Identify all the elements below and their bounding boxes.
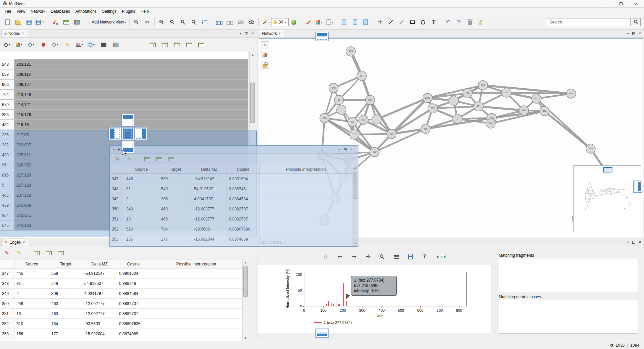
graph-node[interactable]: 333: [428, 104, 437, 113]
mz-cell[interactable]: 214,121: [14, 100, 248, 109]
highlight-yellow-button[interactable]: ✎: [14, 248, 24, 258]
edges-table-row[interactable]: 350249460-12.0027770.8882707: [0, 299, 242, 309]
export-metadata-button[interactable]: [339, 16, 350, 28]
tab-edges[interactable]: ✎ Edges ✕: [1, 239, 28, 246]
column-header-target[interactable]: Target: [49, 260, 82, 268]
dock-indicator-top[interactable]: [121, 114, 134, 127]
dock-float-button[interactable]: [632, 241, 635, 244]
dock-indicator-spectra-bottom[interactable]: [315, 329, 329, 338]
chart-mapping-button[interactable]: ▾: [75, 40, 85, 50]
data-cell[interactable]: -93.5603: [82, 319, 117, 329]
column-header-delta-mz[interactable]: Delta MZ: [82, 260, 117, 268]
nodes-table-row[interactable]: 966209,127: [0, 80, 248, 90]
mz-cell[interactable]: 209,118: [14, 69, 248, 79]
graph-node[interactable]: 469: [566, 89, 576, 98]
row-header-cell[interactable]: 349: [0, 289, 14, 298]
minimap-viewport[interactable]: [603, 167, 612, 172]
annotate-tool-button[interactable]: [303, 16, 314, 28]
graph-node[interactable]: 805: [359, 115, 368, 124]
row-header-cell[interactable]: 352: [0, 319, 14, 329]
graph-node[interactable]: 136: [463, 89, 472, 98]
undo-button[interactable]: ↶: [443, 16, 454, 28]
dock-close-button[interactable]: ✕: [251, 32, 254, 35]
close-button[interactable]: ✕: [629, 0, 644, 8]
data-cell[interactable]: 0.8874089: [117, 329, 150, 339]
data-cell[interactable]: 0.8884584: [117, 289, 150, 298]
data-cell[interactable]: 0.888746: [117, 279, 150, 288]
data-cell[interactable]: 549: [49, 279, 82, 288]
edges-table-row[interactable]: 352510784-93.56030.88807636: [0, 319, 242, 329]
line-tool-button[interactable]: [386, 16, 396, 28]
annotate-pen-button[interactable]: ✎: [261, 41, 269, 49]
maximize-button[interactable]: [613, 0, 629, 8]
import-metadata-button[interactable]: [61, 16, 71, 28]
matching-losses-box[interactable]: [499, 300, 638, 334]
help-button[interactable]: ?: [420, 252, 429, 261]
graph-edge[interactable]: [506, 93, 571, 94]
close-icon[interactable]: ✕: [22, 32, 24, 35]
export-db-button[interactable]: [350, 16, 360, 28]
fit-view-button[interactable]: [199, 16, 210, 28]
cut-button[interactable]: ✂: [142, 16, 153, 28]
nodes-table-row[interactable]: 679214,121: [0, 100, 248, 110]
data-cell[interactable]: [150, 299, 242, 308]
data-cell[interactable]: 2: [14, 289, 49, 298]
dock-float-button[interactable]: [245, 32, 248, 35]
view-selected-columns-button[interactable]: [160, 40, 170, 50]
arrow-tool-button[interactable]: [396, 16, 407, 28]
data-cell[interactable]: 445: [14, 268, 49, 278]
graph-node[interactable]: [449, 96, 458, 105]
edges-table-row[interactable]: 353156177-15.9920040.8874089: [0, 329, 242, 339]
scroll-down-icon[interactable]: ▼: [243, 336, 249, 341]
dock-indicator-right-edge[interactable]: [633, 181, 642, 193]
lock-view-button[interactable]: [261, 61, 269, 69]
row-header-cell[interactable]: 353: [0, 329, 14, 339]
edges-table-row[interactable]: 34923064.03417970.8884584: [0, 289, 242, 299]
data-cell[interactable]: 177: [49, 329, 82, 339]
nodes-table-row[interactable]: 764213,148: [0, 90, 248, 100]
search-button[interactable]: [632, 18, 641, 26]
view-selected-edges-button[interactable]: [44, 248, 54, 258]
menu-file[interactable]: File: [2, 8, 14, 14]
ellipse-tool-button[interactable]: [418, 16, 429, 28]
data-cell[interactable]: 54.912537: [82, 279, 117, 288]
row-header-cell[interactable]: 482: [0, 120, 14, 130]
link-views-button[interactable]: [214, 16, 225, 28]
row-header-cell[interactable]: 348: [0, 279, 14, 288]
show-items-button[interactable]: [246, 16, 257, 28]
tab-nodes[interactable]: Nodes ✕: [1, 30, 27, 37]
view-group-button[interactable]: [184, 40, 194, 50]
search-input[interactable]: [547, 18, 631, 26]
pan-button[interactable]: ✛: [364, 252, 373, 261]
text-tool-button[interactable]: T: [429, 16, 439, 28]
zoom-rect-button[interactable]: [378, 252, 387, 261]
row-header-cell[interactable]: 764: [0, 90, 14, 99]
process-network-button[interactable]: [50, 16, 61, 28]
menu-help[interactable]: Help: [138, 8, 152, 14]
forward-button[interactable]: →: [350, 252, 358, 261]
graph-node[interactable]: 131: [502, 88, 511, 97]
graph-node[interactable]: 400: [532, 94, 541, 103]
find-button[interactable]: [131, 16, 142, 28]
dock-indicator-left[interactable]: [108, 127, 121, 140]
graph-node[interactable]: 861: [348, 117, 357, 127]
color-table-button[interactable]: [111, 40, 121, 50]
data-cell[interactable]: [150, 279, 242, 288]
graph-edge[interactable]: [536, 94, 571, 99]
view-filtered-edges-button[interactable]: [56, 248, 66, 258]
row-header-cell[interactable]: 248: [0, 59, 14, 69]
scroll-up-icon[interactable]: ▲: [250, 52, 256, 58]
graph-node[interactable]: 762: [350, 130, 359, 139]
data-cell[interactable]: 0.8882707: [117, 309, 150, 318]
export-spectra-button[interactable]: [360, 16, 371, 28]
save-figure-button[interactable]: [406, 252, 415, 261]
data-cell[interactable]: [150, 289, 242, 298]
settings-tool-button[interactable]: ▾: [314, 16, 325, 28]
column-header-source[interactable]: Source: [14, 260, 49, 268]
home-button[interactable]: ⌂: [321, 252, 330, 261]
mz-cell[interactable]: 203,181: [14, 59, 248, 69]
data-cell[interactable]: 460: [49, 309, 82, 318]
graph-node[interactable]: 357: [357, 71, 366, 81]
data-cell[interactable]: [150, 309, 242, 318]
redo-button[interactable]: ↷: [454, 16, 464, 28]
